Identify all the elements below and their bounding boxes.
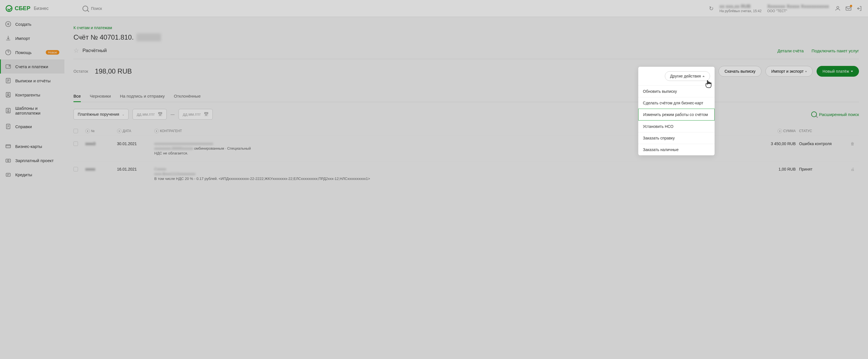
dropdown-item-order-cash[interactable]: Заказать наличные [638, 144, 715, 155]
salary-icon [5, 157, 11, 164]
sidebar-item-contractors[interactable]: Контрагенты [0, 88, 64, 102]
dropdown-item-refresh[interactable]: Обновить выписку [638, 85, 715, 97]
calendar-icon [158, 112, 162, 116]
tab-all[interactable]: Все [73, 91, 81, 102]
sidebar-item-templates[interactable]: Шаблоны и автоплатежи [0, 102, 64, 119]
row-checkbox[interactable] [73, 141, 78, 146]
advanced-search-link[interactable]: Расширенный поиск [811, 111, 859, 117]
row-sum: 1,00 RUB [750, 167, 796, 171]
svg-point-12 [7, 160, 9, 162]
col-header-status[interactable]: СТАТУС [799, 129, 812, 133]
delete-icon[interactable]: 🗑 [850, 141, 859, 146]
new-badge: Новое [46, 50, 59, 55]
svg-rect-13 [6, 173, 10, 176]
sidebar-item-import[interactable]: Импорт [0, 31, 64, 45]
sort-icon[interactable]: ▾ [85, 129, 90, 133]
messages-icon[interactable] [845, 5, 851, 11]
org-widget[interactable]: Xxxxxxx Xxxxx Xxxxxxxxxxx ООО "ТЕСТ" [767, 4, 829, 13]
accounts-timestamp: На рублёвых счетах, 15:42 [719, 9, 762, 13]
sidebar-label: Импорт [15, 36, 30, 41]
dropdown-item-business-card[interactable]: Сделать счётом для бизнес-карт [638, 97, 715, 109]
other-actions-button[interactable]: Другие действия [665, 71, 710, 81]
row-checkbox[interactable] [73, 167, 78, 171]
date-from-input[interactable]: дд.мм.гггг [132, 109, 167, 120]
sidebar-label: Кредиты [15, 172, 32, 177]
search-icon [811, 111, 817, 117]
favorite-star-icon[interactable]: ☆ [73, 47, 79, 54]
row-sum: 3 450,00 RUB [750, 141, 796, 146]
plus-icon [5, 21, 11, 27]
tab-to-sign[interactable]: На подпись и отправку [120, 91, 165, 102]
tab-drafts[interactable]: Черновики [90, 91, 111, 102]
import-export-button[interactable]: Импорт и экспорт ▾ [766, 66, 813, 77]
table-row[interactable]: xxxx3 30.01.2021 xxxxxxxxxxxxxxxxxxxxxxx… [73, 136, 859, 161]
sidebar-item-create[interactable]: Создать [0, 17, 64, 31]
sidebar-item-cards[interactable]: Бизнес-карты [0, 139, 64, 153]
row-date: 16.01.2021 [117, 167, 151, 171]
sidebar: Создать Импорт Помощь Новое Счета и плат… [0, 17, 64, 195]
refresh-icon[interactable]: ↻ [709, 5, 714, 12]
col-header-contractor[interactable]: КОНТРАГЕНТ [160, 129, 182, 133]
sidebar-label: Контрагенты [15, 92, 40, 97]
row-status: Принят [799, 167, 847, 171]
date-range-dash: — [170, 112, 175, 116]
chevron-up-icon [703, 76, 705, 77]
sidebar-item-payments[interactable]: Счета и платежи [0, 59, 64, 74]
doc-type-select[interactable]: Платёжные поручения ⌄ [73, 109, 129, 120]
logout-icon[interactable] [856, 5, 862, 11]
print-icon[interactable]: 🖨 [850, 167, 859, 171]
tabs: Все Черновики На подпись и отправку Откл… [73, 91, 859, 102]
templates-icon [5, 108, 11, 114]
card-icon [5, 143, 11, 149]
search-icon [83, 6, 88, 11]
link-account-details[interactable]: Детали счёта [777, 48, 804, 53]
svg-point-7 [7, 93, 9, 95]
logo[interactable]: СБЕР Бизнес [6, 5, 49, 12]
row-number: xxxxx [85, 167, 95, 171]
svg-point-0 [837, 6, 839, 8]
download-statement-button[interactable]: Скачать выписку [718, 66, 762, 77]
col-header-sum[interactable]: СУММА [783, 129, 796, 133]
sidebar-label: Выписки и отчёты [15, 78, 51, 83]
dropdown-item-order-reference[interactable]: Заказать справку [638, 132, 715, 144]
chevron-down-icon [851, 71, 853, 72]
chevron-down-icon: ▾ [805, 70, 807, 73]
dropdown-item-change-mode[interactable]: Изменить режим работы со счётом [638, 109, 715, 120]
org-name: ООО "ТЕСТ" [767, 9, 787, 13]
profile-icon[interactable] [835, 5, 841, 11]
sidebar-item-help[interactable]: Помощь Новое [0, 45, 64, 59]
sidebar-item-credit[interactable]: Кредиты [0, 167, 64, 182]
sort-icon[interactable]: ▾ [778, 129, 782, 133]
page-title: Счёт № 40701.810. [73, 33, 859, 41]
select-all-checkbox[interactable] [73, 129, 78, 133]
sidebar-item-reports[interactable]: Выписки и отчёты [0, 74, 64, 88]
svg-rect-10 [6, 145, 11, 148]
col-header-number[interactable]: № [91, 129, 95, 133]
dropdown-item-set-nso[interactable]: Установить НСО [638, 120, 715, 132]
credit-icon [5, 171, 11, 178]
table-header: ▾№ ▾ДАТА ▾КОНТРАГЕНТ ▾СУММА СТАТУС [73, 127, 859, 136]
other-actions-dropdown: Другие действия Обновить выписку Сделать… [638, 67, 715, 155]
link-connect-package[interactable]: Подключить пакет услуг [811, 48, 859, 53]
payments-icon [5, 63, 11, 70]
table-row[interactable]: xxxxx 16.01.2021 Cxxxxx xxxx.Bxxx1112xxx… [73, 161, 859, 187]
import-icon [5, 35, 11, 41]
sort-icon[interactable]: ▾ [154, 129, 159, 133]
search-area[interactable]: Поиск [83, 6, 102, 11]
new-payment-button[interactable]: Новый платёж [816, 66, 859, 77]
sidebar-label: Создать [15, 22, 31, 27]
balance-widget[interactable]: xx xxx,xx RUB На рублёвых счетах, 15:42 [719, 4, 762, 13]
logo-subtext: Бизнес [34, 6, 49, 11]
date-to-input[interactable]: дд.мм.гггг [179, 109, 213, 120]
svg-rect-1 [846, 6, 851, 10]
docs-icon [5, 123, 11, 130]
tab-rejected[interactable]: Отклонённые [174, 91, 200, 102]
breadcrumb[interactable]: К счетам и платежам [73, 25, 859, 30]
account-number-hidden [136, 33, 161, 41]
col-header-date[interactable]: ДАТА [123, 129, 131, 133]
sidebar-item-docs[interactable]: Справки [0, 119, 64, 134]
reports-icon [5, 78, 11, 84]
app-header: СБЕР Бизнес Поиск ↻ xx xxx,xx RUB На руб… [0, 0, 868, 17]
sidebar-item-salary[interactable]: Зарплатный проект [0, 153, 64, 167]
sort-icon[interactable]: ▾ [117, 129, 122, 133]
